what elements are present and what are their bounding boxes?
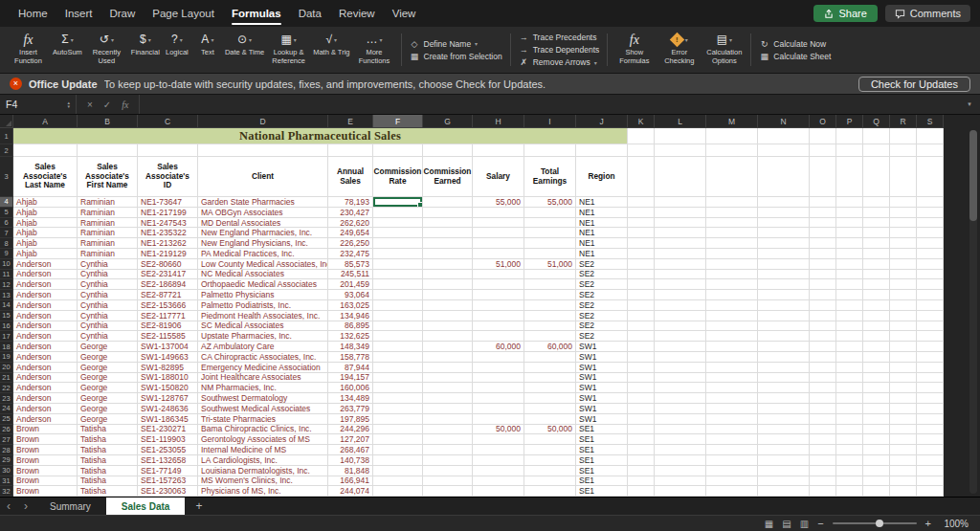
- cell[interactable]: [810, 321, 836, 332]
- cell[interactable]: Southwest Dermatology: [198, 393, 328, 404]
- column-header-I[interactable]: I: [524, 115, 576, 128]
- cell[interactable]: [758, 404, 810, 414]
- cell[interactable]: [758, 363, 810, 373]
- cell[interactable]: [917, 466, 944, 476]
- cell[interactable]: [524, 238, 576, 249]
- cell[interactable]: 132,625: [328, 331, 373, 342]
- cell[interactable]: [890, 128, 917, 144]
- cell[interactable]: [917, 383, 944, 393]
- zoom-level[interactable]: 100%: [940, 519, 969, 529]
- cell[interactable]: SE1: [576, 476, 628, 487]
- cell[interactable]: 60,000: [473, 342, 524, 352]
- cell[interactable]: SE2-80660: [138, 259, 198, 270]
- lookup-reference-button[interactable]: ▦▾Lookup & Reference: [266, 29, 311, 71]
- cell[interactable]: SE1-230063: [138, 486, 198, 497]
- cell[interactable]: [373, 414, 423, 425]
- cell[interactable]: [758, 144, 810, 157]
- cell[interactable]: SW1-150820: [138, 383, 198, 393]
- cell[interactable]: [836, 414, 863, 425]
- cell[interactable]: [628, 300, 655, 311]
- cell[interactable]: [524, 486, 576, 497]
- cell[interactable]: [13, 144, 78, 157]
- cell[interactable]: [863, 228, 890, 238]
- cell[interactable]: [810, 476, 836, 487]
- cell[interactable]: NE1-235322: [138, 228, 198, 238]
- cell[interactable]: [473, 321, 524, 332]
- cell[interactable]: [373, 486, 423, 497]
- cell[interactable]: [628, 404, 655, 414]
- cell[interactable]: [524, 466, 576, 476]
- cell[interactable]: [863, 321, 890, 332]
- cell[interactable]: [863, 279, 890, 290]
- cell[interactable]: 245,511: [328, 270, 373, 280]
- cell[interactable]: 134,489: [328, 393, 373, 404]
- cell[interactable]: [836, 128, 863, 144]
- cell[interactable]: [628, 238, 655, 249]
- cell[interactable]: [473, 393, 524, 404]
- cell[interactable]: [524, 321, 576, 332]
- cell[interactable]: [423, 279, 473, 290]
- cell[interactable]: [524, 476, 576, 487]
- cell[interactable]: [917, 352, 944, 363]
- cell[interactable]: [863, 218, 890, 229]
- column-header-K[interactable]: K: [628, 115, 655, 128]
- cell[interactable]: [628, 270, 655, 280]
- menu-tab-view[interactable]: View: [384, 0, 425, 27]
- cell[interactable]: [524, 218, 576, 229]
- cell[interactable]: [890, 373, 917, 384]
- cell[interactable]: 93,064: [328, 290, 373, 300]
- cell[interactable]: [810, 144, 836, 157]
- cell[interactable]: SE2: [576, 321, 628, 332]
- cell[interactable]: Anderson: [13, 300, 78, 311]
- cell[interactable]: AZ Ambulatory Care: [198, 342, 328, 352]
- cell[interactable]: [758, 228, 810, 238]
- cell[interactable]: [810, 218, 836, 229]
- cell[interactable]: [836, 228, 863, 238]
- cell[interactable]: Cynthia: [78, 321, 138, 332]
- cell[interactable]: [655, 476, 706, 487]
- cell[interactable]: [890, 228, 917, 238]
- cell[interactable]: [473, 383, 524, 393]
- cell[interactable]: George: [78, 342, 138, 352]
- cell[interactable]: MS Women's Clinics, Inc.: [198, 476, 328, 487]
- cell[interactable]: SW1: [576, 363, 628, 373]
- cell[interactable]: [810, 157, 836, 197]
- row-header-28[interactable]: 28: [0, 445, 13, 455]
- row-header-26[interactable]: 26: [0, 425, 13, 435]
- cell[interactable]: [628, 476, 655, 487]
- cell[interactable]: Piedmont Health Associates, Inc.: [198, 311, 328, 321]
- cell[interactable]: [628, 342, 655, 352]
- cell[interactable]: Louisiana Dermatologists, Inc.: [198, 466, 328, 476]
- cell[interactable]: [917, 342, 944, 352]
- formula-bar-expand-icon[interactable]: ▾: [959, 95, 980, 114]
- cell[interactable]: [810, 238, 836, 249]
- cell[interactable]: [706, 228, 758, 238]
- cell[interactable]: SE2-153666: [138, 300, 198, 311]
- column-header-B[interactable]: B: [78, 115, 138, 128]
- cell[interactable]: SE1: [576, 455, 628, 466]
- cell[interactable]: [373, 466, 423, 476]
- cell[interactable]: Brown: [13, 486, 78, 497]
- cell[interactable]: Anderson: [13, 363, 78, 373]
- cell[interactable]: [373, 144, 423, 157]
- cell[interactable]: Raminian: [78, 208, 138, 218]
- cell[interactable]: SW1-128767: [138, 393, 198, 404]
- cell[interactable]: [890, 476, 917, 487]
- row-header-20[interactable]: 20: [0, 363, 13, 373]
- cell[interactable]: SE1: [576, 466, 628, 476]
- row-header-5[interactable]: 5: [0, 208, 13, 218]
- cell[interactable]: [810, 270, 836, 280]
- header-cell[interactable]: Total Earnings: [524, 157, 576, 197]
- create-from-selection-button[interactable]: ▦Create from Selection: [410, 52, 502, 61]
- cell[interactable]: [810, 259, 836, 270]
- cell[interactable]: 87,944: [328, 363, 373, 373]
- cell[interactable]: 226,250: [328, 238, 373, 249]
- cell[interactable]: [473, 249, 524, 259]
- cell[interactable]: [655, 300, 706, 311]
- column-header-H[interactable]: H: [473, 115, 524, 128]
- cell[interactable]: SE1: [576, 486, 628, 497]
- cell[interactable]: [706, 279, 758, 290]
- cell[interactable]: Orthopaedic Medical Associates: [198, 279, 328, 290]
- cell[interactable]: [655, 218, 706, 229]
- show-formulas-button[interactable]: fxShow Formulas: [612, 29, 657, 71]
